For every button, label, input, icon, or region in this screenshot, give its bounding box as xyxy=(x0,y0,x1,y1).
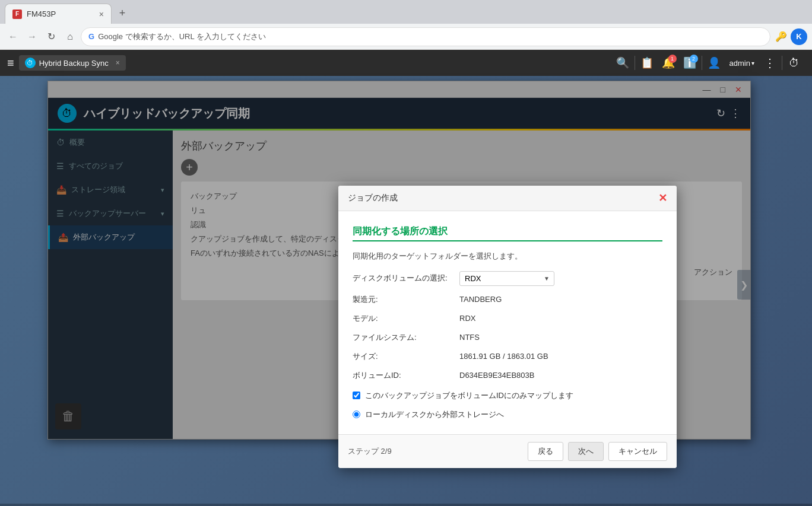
field-disk-volume: ディスクボリュームの選択: RDX ▼ xyxy=(353,271,662,286)
back-btn[interactable]: ← xyxy=(5,28,21,45)
admin-arrow: ▾ xyxy=(751,60,754,66)
user-icon-btn[interactable]: 👤 xyxy=(703,52,725,74)
dialog-close-btn[interactable]: ✕ xyxy=(658,192,667,205)
field-manufacturer: 製造元: TANDBERG xyxy=(353,294,662,305)
qnap-divider3 xyxy=(782,56,782,70)
tab-close-btn[interactable]: × xyxy=(99,9,104,19)
back-button[interactable]: 戻る xyxy=(528,442,563,461)
filesystem-label: ファイルシステム: xyxy=(353,332,459,343)
tab-label: FM453P xyxy=(27,9,56,18)
browser-right-icons: 🔑 K xyxy=(773,28,807,45)
disk-volume-select[interactable]: RDX xyxy=(459,271,554,286)
new-tab-btn[interactable]: + xyxy=(114,5,131,21)
size-label: サイズ: xyxy=(353,351,459,362)
manufacturer-value: TANDBERG xyxy=(459,295,502,304)
dialog-buttons: 戻る 次へ キャンセル xyxy=(528,442,667,461)
disk-volume-select-wrapper[interactable]: RDX ▼ xyxy=(459,271,554,286)
browser-tab[interactable]: F FM453P × xyxy=(5,4,112,24)
reload-btn[interactable]: ↻ xyxy=(43,28,59,45)
tab-favicon: F xyxy=(12,9,22,19)
more-icon-btn[interactable]: ⋮ xyxy=(759,52,781,74)
notification1-badge: 1 xyxy=(668,55,677,63)
address-text: Google で検索するか、URL を入力してください xyxy=(98,31,266,42)
direction-radio[interactable] xyxy=(353,410,360,418)
app-background: — □ ✕ ⏱ ハイブリッドバックアップ同期 ↻ ⋮ ⏱ 概要 xyxy=(0,76,812,506)
field-filesystem: ファイルシステム: NTFS xyxy=(353,332,662,343)
volume-id-value: D634EB9E34EB803B xyxy=(459,371,534,380)
qnap-right-icons: 🔍 📋 🔔 1 ℹ️ 2 👤 admin ▾ ⋮ ⏱ xyxy=(612,52,805,74)
tasks-icon-btn[interactable]: 📋 xyxy=(636,52,658,74)
admin-dropdown[interactable]: admin ▾ xyxy=(725,56,759,70)
bottom-bar: © ⊛ ⏸ 📋 xyxy=(0,504,812,506)
dialog-header: ジョブの作成 ✕ xyxy=(338,186,677,211)
home-btn[interactable]: ⌂ xyxy=(62,28,78,45)
model-label: モデル: xyxy=(353,313,459,324)
tab-close-icon[interactable]: × xyxy=(116,59,120,67)
dialog-section-underline xyxy=(353,240,662,241)
address-bar[interactable]: G Google で検索するか、URL を入力してください xyxy=(81,27,770,46)
dialog-section-title: 同期化する場所の選択 xyxy=(353,225,662,238)
browser-tabbar: F FM453P × + xyxy=(0,0,812,24)
volume-id-label: ボリュームID: xyxy=(353,370,459,381)
qnap-appbar: ≡ ⏱ Hybrid Backup Sync × 🔍 📋 🔔 1 ℹ️ 2 👤 … xyxy=(0,50,812,76)
model-value: RDX xyxy=(459,314,475,323)
cancel-button[interactable]: キャンセル xyxy=(608,442,667,461)
notification2-btn[interactable]: ℹ️ 2 xyxy=(679,52,700,74)
search-icon-btn[interactable]: 🔍 xyxy=(612,52,633,74)
app-tab-icon: ⏱ xyxy=(25,58,36,68)
field-volume-id: ボリュームID: D634EB9E34EB803B xyxy=(353,370,662,381)
dialog-title: ジョブの作成 xyxy=(348,193,398,203)
checkbox-label: このバックアップジョブをボリュームIDにのみマップします xyxy=(365,390,573,401)
clock-icon-btn[interactable]: ⏱ xyxy=(784,52,805,74)
field-model: モデル: RDX xyxy=(353,313,662,324)
qnap-divider xyxy=(635,56,635,70)
manufacturer-label: 製造元: xyxy=(353,294,459,305)
filesystem-value: NTFS xyxy=(459,333,480,342)
dialog-footer: ステップ 2/9 戻る 次へ キャンセル xyxy=(338,434,677,468)
checkbox-row: このバックアップジョブをボリュームIDにのみマップします xyxy=(353,390,662,401)
dialog: ジョブの作成 ✕ 同期化する場所の選択 同期化用のターゲットフォルダーを選択しま… xyxy=(338,186,677,468)
radio-row: ローカルディスクから外部ストレージへ xyxy=(353,409,662,420)
notification1-btn[interactable]: 🔔 1 xyxy=(658,52,679,74)
browser-chrome: F FM453P × + ← → ↻ ⌂ G Google で検索するか、URL… xyxy=(0,0,812,50)
browser-toolbar: ← → ↻ ⌂ G Google で検索するか、URL を入力してください 🔑 … xyxy=(0,24,812,50)
radio-label: ローカルディスクから外部ストレージへ xyxy=(365,409,504,420)
next-button[interactable]: 次へ xyxy=(568,442,604,461)
profile-avatar[interactable]: K xyxy=(791,28,807,45)
key-icon-btn[interactable]: 🔑 xyxy=(773,28,789,45)
field-size: サイズ: 1861.91 GB / 1863.01 GB xyxy=(353,351,662,362)
admin-label: admin xyxy=(729,59,750,68)
hamburger-icon[interactable]: ≡ xyxy=(7,56,14,70)
forward-btn[interactable]: → xyxy=(24,28,40,45)
dialog-step: ステップ 2/9 xyxy=(348,446,392,457)
dialog-description: 同期化用のターゲットフォルダーを選択します。 xyxy=(353,251,662,262)
notification2-badge: 2 xyxy=(690,55,698,63)
volume-id-map-checkbox[interactable] xyxy=(353,392,360,399)
qnap-divider2 xyxy=(702,56,702,70)
dialog-body: 同期化する場所の選択 同期化用のターゲットフォルダーを選択します。 ディスクボリ… xyxy=(338,211,677,434)
app-tab-label: Hybrid Backup Sync xyxy=(39,59,109,68)
qnap-app-tab[interactable]: ⏱ Hybrid Backup Sync × xyxy=(19,55,126,71)
google-logo: G xyxy=(88,32,94,41)
disk-volume-label: ディスクボリュームの選択: xyxy=(353,273,459,284)
size-value: 1861.91 GB / 1863.01 GB xyxy=(459,352,548,361)
